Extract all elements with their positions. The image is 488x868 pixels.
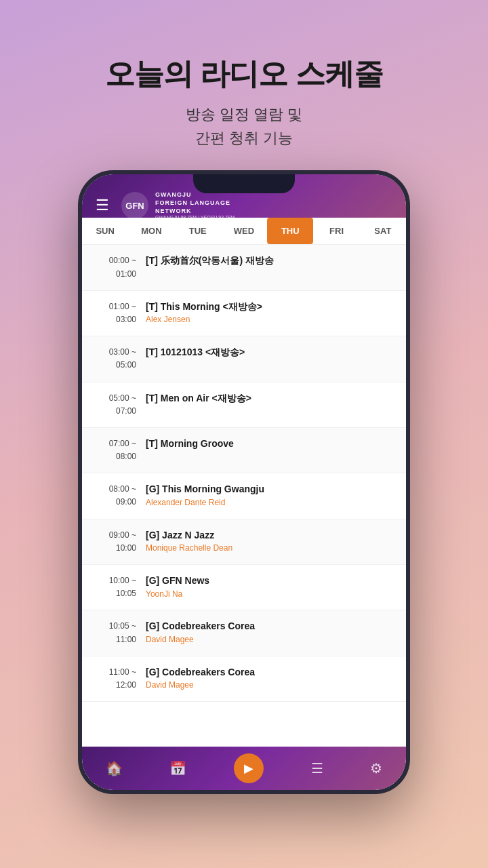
time-block: 10:00 ~10:05 xyxy=(93,574,146,600)
schedule-row[interactable]: 08:00 ~09:00[G] This Morning GwangjuAlex… xyxy=(82,473,406,519)
program-block: [T] 乐动首尔(악동서울) 재방송 xyxy=(146,254,395,268)
logo-area: GFN GWANGJU FOREIGN LANGUAGE NETWORK GWA… xyxy=(120,191,235,220)
program-host: David Magee xyxy=(146,680,395,690)
schedule-row[interactable]: 01:00 ~03:00[T] This Morning <재방송>Alex J… xyxy=(82,291,406,336)
list-icon[interactable]: ☰ xyxy=(311,760,323,776)
hamburger-icon[interactable]: ☰ xyxy=(96,197,109,214)
phone-mockup: ☰ GFN GWANGJU FOREIGN LANGUAGE NETWORK G… xyxy=(78,170,410,794)
program-title: [G] This Morning Gwangju xyxy=(146,483,395,496)
program-block: [T] This Morning <재방송>Alex Jensen xyxy=(146,300,395,325)
page-subtitle: 방송 일정 열람 및 간편 청취 기능 xyxy=(105,102,382,150)
program-block: [G] This Morning GwangjuAlexander Dante … xyxy=(146,483,395,507)
program-host: Monique Rachelle Dean xyxy=(146,543,395,553)
svg-text:GFN: GFN xyxy=(125,201,144,211)
tab-wed[interactable]: WED xyxy=(221,218,267,244)
program-block: [G] GFN NewsYoonJi Na xyxy=(146,574,395,599)
day-tabs: SUN MON TUE WED THU FRI SAT xyxy=(82,218,406,245)
logo-title: GWANGJU FOREIGN LANGUAGE NETWORK xyxy=(155,191,235,215)
program-title: [G] Codebreakers Corea xyxy=(146,666,395,679)
tab-sat[interactable]: SAT xyxy=(360,218,406,244)
schedule-row[interactable]: 10:05 ~11:00[G] Codebreakers CoreaDavid … xyxy=(82,610,406,656)
subtitle-line1: 방송 일정 열람 및 xyxy=(186,106,302,123)
time-block: 00:00 ~01:00 xyxy=(93,254,146,280)
program-host: YoonJi Na xyxy=(146,589,395,599)
time-block: 01:00 ~03:00 xyxy=(93,300,146,326)
bottom-nav: 🏠 📅 ▶ ☰ ⚙ xyxy=(82,747,406,790)
program-block: [G] Codebreakers CoreaDavid Magee xyxy=(146,666,395,690)
logo-text: GWANGJU FOREIGN LANGUAGE NETWORK GWANGJU… xyxy=(155,191,235,220)
schedule-row[interactable]: 09:00 ~10:00[G] Jazz N JazzMonique Rache… xyxy=(82,519,406,565)
schedule-list: 00:00 ~01:00[T] 乐动首尔(악동서울) 재방송01:00 ~03:… xyxy=(82,245,406,747)
program-block: [G] Jazz N JazzMonique Rachelle Dean xyxy=(146,529,395,553)
tab-sun[interactable]: SUN xyxy=(82,218,128,244)
page-header: 오늘의 라디오 스케줄 방송 일정 열람 및 간편 청취 기능 xyxy=(105,54,382,150)
phone-screen: ☰ GFN GWANGJU FOREIGN LANGUAGE NETWORK G… xyxy=(82,174,406,790)
tab-tue[interactable]: TUE xyxy=(175,218,221,244)
program-title: [G] Jazz N Jazz xyxy=(146,529,395,542)
program-host: Alex Jensen xyxy=(146,315,395,324)
schedule-row[interactable]: 00:00 ~01:00[T] 乐动首尔(악동서울) 재방송 xyxy=(82,245,406,290)
program-host: David Magee xyxy=(146,635,395,644)
time-block: 11:00 ~12:00 xyxy=(93,666,146,692)
program-title: [G] Codebreakers Corea xyxy=(146,620,395,633)
program-title: [T] 乐动首尔(악동서울) 재방송 xyxy=(146,254,395,268)
program-title: [T] Men on Air <재방송> xyxy=(146,392,395,406)
time-block: 09:00 ~10:00 xyxy=(93,529,146,555)
subtitle-line2: 간편 청취 기능 xyxy=(195,130,293,146)
time-block: 07:00 ~08:00 xyxy=(93,437,146,463)
program-title: [T] 10121013 <재방송> xyxy=(146,346,395,359)
schedule-row[interactable]: 11:00 ~12:00[G] Codebreakers CoreaDavid … xyxy=(82,656,406,702)
schedule-row[interactable]: 03:00 ~05:00[T] 10121013 <재방송> xyxy=(82,336,406,382)
program-block: [T] Morning Groove xyxy=(146,437,395,451)
schedule-row[interactable]: 10:00 ~10:05[G] GFN NewsYoonJi Na xyxy=(82,565,406,610)
settings-icon[interactable]: ⚙ xyxy=(370,760,382,776)
calendar-icon[interactable]: 📅 xyxy=(169,760,186,776)
tab-thu[interactable]: THU xyxy=(267,218,313,244)
time-block: 03:00 ~05:00 xyxy=(93,346,146,372)
program-block: [T] Men on Air <재방송> xyxy=(146,392,395,406)
play-button[interactable]: ▶ xyxy=(234,753,264,783)
program-block: [T] 10121013 <재방송> xyxy=(146,346,395,359)
program-title: [T] This Morning <재방송> xyxy=(146,300,395,314)
schedule-row[interactable]: 05:00 ~07:00[T] Men on Air <재방송> xyxy=(82,382,406,428)
gfn-logo: GFN xyxy=(120,191,150,220)
time-block: 05:00 ~07:00 xyxy=(93,392,146,418)
page-title: 오늘의 라디오 스케줄 xyxy=(105,54,382,94)
program-host: Alexander Dante Reid xyxy=(146,498,395,507)
time-block: 08:00 ~09:00 xyxy=(93,483,146,509)
program-title: [G] GFN News xyxy=(146,574,395,588)
home-icon[interactable]: 🏠 xyxy=(106,760,123,776)
time-block: 10:05 ~11:00 xyxy=(93,620,146,646)
schedule-row[interactable]: 07:00 ~08:00[T] Morning Groove xyxy=(82,428,406,473)
tab-mon[interactable]: MON xyxy=(128,218,174,244)
phone-notch xyxy=(193,174,295,193)
program-block: [G] Codebreakers CoreaDavid Magee xyxy=(146,620,395,644)
program-title: [T] Morning Groove xyxy=(146,437,395,451)
tab-fri[interactable]: FRI xyxy=(313,218,359,244)
